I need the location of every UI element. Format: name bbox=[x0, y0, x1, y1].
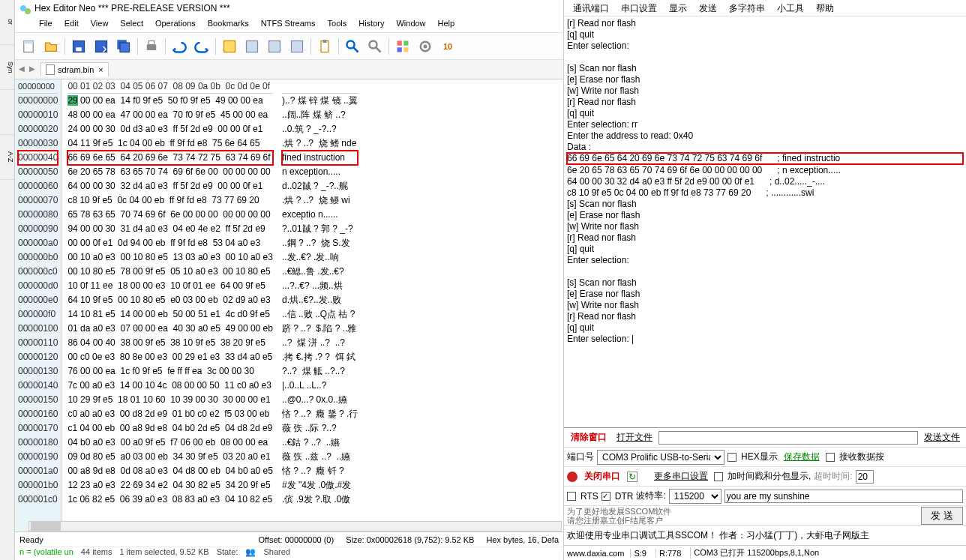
open-button[interactable] bbox=[40, 36, 62, 57]
menu-select[interactable]: Select bbox=[114, 16, 149, 32]
offset-column: 00000000 0000000000000010000000200000003… bbox=[15, 79, 62, 532]
svg-rect-11 bbox=[224, 40, 236, 52]
send-file-button[interactable]: 发送文件 bbox=[921, 430, 963, 445]
recv-data-checkbox[interactable] bbox=[826, 453, 835, 462]
horizontal-scrollbar[interactable] bbox=[28, 521, 562, 532]
save-as-button[interactable] bbox=[91, 36, 112, 57]
status-r: R:778 bbox=[656, 549, 684, 558]
edit-c-button[interactable] bbox=[264, 36, 285, 57]
send-button[interactable]: 发 送 bbox=[921, 507, 963, 525]
shared-icon: 👥 bbox=[245, 547, 256, 560]
rts-checkbox[interactable] bbox=[567, 492, 576, 501]
new-button[interactable] bbox=[18, 36, 39, 57]
hex-header: 00 01 02 03 04 05 06 07 08 09 0a 0b 0c 0… bbox=[68, 79, 273, 94]
window-title-bar: Hex Editor Neo *** PRE-RELEASE VERSION *… bbox=[15, 0, 563, 16]
refresh-icon[interactable]: ↻ bbox=[627, 472, 638, 482]
sscom-pane: 通讯端口 串口设置 显示 发送 多字符串 小工具 帮助 [r] Read nor… bbox=[564, 0, 966, 560]
svg-rect-13 bbox=[269, 40, 280, 52]
undo-button[interactable] bbox=[169, 36, 190, 57]
window-title: Hex Editor Neo *** PRE-RELEASE VERSION *… bbox=[34, 3, 230, 13]
edit-b-button[interactable] bbox=[242, 36, 262, 57]
hex-10-button[interactable]: 10 bbox=[437, 36, 458, 57]
status-offset: Offset: 00000000 (0) bbox=[258, 535, 334, 544]
terminal-output[interactable]: [r] Read nor flash[q] quitEnter selectio… bbox=[564, 16, 966, 427]
menu-tools[interactable]: 小工具 bbox=[771, 0, 810, 16]
welcome-text: 欢迎使用专业串口调试工具SSCOM！ 作者：习小猛(丁丁)，大虾电子网版主 bbox=[567, 529, 869, 542]
hex-view[interactable]: 00000000 0000000000000010000000200000003… bbox=[15, 79, 563, 532]
sscom-menubar: 通讯端口 串口设置 显示 发送 多字符串 小工具 帮助 bbox=[564, 0, 966, 16]
svg-rect-22 bbox=[404, 40, 408, 45]
struct-button[interactable] bbox=[392, 36, 413, 57]
svg-point-1 bbox=[25, 8, 31, 14]
svg-rect-9 bbox=[147, 44, 157, 50]
menu-comm-port[interactable]: 通讯端口 bbox=[567, 0, 615, 16]
hex-display-checkbox[interactable] bbox=[728, 453, 736, 462]
menu-view[interactable]: View bbox=[85, 16, 115, 32]
send-input[interactable] bbox=[724, 490, 963, 503]
svg-rect-5 bbox=[76, 47, 82, 51]
open-file-button[interactable]: 打开文件 bbox=[614, 430, 656, 445]
menu-file[interactable]: File bbox=[33, 16, 58, 32]
hex-bytes-column[interactable]: 00 01 02 03 04 05 06 07 08 09 0a 0b 0c 0… bbox=[62, 79, 279, 532]
clipboard-button[interactable] bbox=[314, 36, 335, 57]
status-ready: Ready bbox=[20, 535, 44, 544]
redo-button[interactable] bbox=[191, 36, 212, 57]
document-icon bbox=[46, 64, 55, 75]
menu-serial-settings[interactable]: 串口设置 bbox=[615, 0, 663, 16]
menu-help[interactable]: 帮助 bbox=[810, 0, 840, 16]
save-data-button[interactable]: 保存数据 bbox=[781, 450, 823, 464]
status-size: Size: 0x00002618 (9,752): 9.52 KB bbox=[346, 535, 474, 544]
app-icon bbox=[20, 2, 32, 14]
tab-sdram[interactable]: sdram.bin × bbox=[40, 62, 109, 76]
find-next-button[interactable] bbox=[364, 36, 386, 57]
svg-rect-23 bbox=[398, 47, 402, 52]
status-site: www.daxia.com bbox=[567, 549, 624, 558]
print-button[interactable] bbox=[141, 36, 162, 57]
edit-a-button[interactable] bbox=[219, 36, 240, 57]
file-path-input[interactable] bbox=[658, 431, 918, 445]
tab-prev-icon[interactable]: ◀ bbox=[16, 64, 27, 75]
baud-select[interactable]: 115200 bbox=[669, 489, 722, 504]
menu-ntfs[interactable]: NTFS Streams bbox=[255, 16, 322, 32]
timestamp-checkbox[interactable] bbox=[714, 472, 723, 481]
menu-display[interactable]: 显示 bbox=[663, 0, 693, 16]
sscom-controls: 清除窗口 打开文件 发送文件 端口号 COM3 Prolific USB-to-… bbox=[564, 427, 966, 545]
svg-point-17 bbox=[347, 40, 355, 48]
menu-multistring[interactable]: 多字符串 bbox=[723, 0, 771, 16]
timeout-input[interactable] bbox=[856, 470, 874, 484]
svg-rect-3 bbox=[24, 40, 34, 43]
close-icon[interactable]: × bbox=[98, 65, 103, 74]
clear-window-button[interactable]: 清除窗口 bbox=[567, 430, 610, 445]
tab-next-icon[interactable]: ▶ bbox=[27, 64, 38, 75]
ide-lower-status: n = (volatile un 44 items 1 item selecte… bbox=[15, 547, 563, 560]
menu-bookmarks[interactable]: Bookmarks bbox=[202, 16, 255, 32]
menu-help[interactable]: Help bbox=[432, 16, 461, 32]
hex-menubar: File Edit View Select Operations Bookmar… bbox=[15, 16, 563, 33]
more-settings-button[interactable]: 更多串口设置 bbox=[651, 469, 711, 484]
svg-rect-24 bbox=[404, 47, 408, 52]
find-button[interactable] bbox=[342, 36, 363, 57]
sscom-statusbar: www.daxia.com S:9 R:778 COM3 已打开 115200b… bbox=[564, 545, 966, 560]
menu-operations[interactable]: Operations bbox=[149, 16, 202, 32]
port-select[interactable]: COM3 Prolific USB-to-Seria bbox=[597, 450, 724, 465]
menu-send[interactable]: 发送 bbox=[693, 0, 723, 16]
svg-line-20 bbox=[376, 47, 380, 52]
save-button[interactable] bbox=[68, 36, 89, 57]
save-all-button[interactable] bbox=[113, 36, 134, 57]
menu-tools[interactable]: Tools bbox=[322, 16, 353, 32]
svg-point-19 bbox=[370, 40, 377, 48]
dtr-checkbox[interactable] bbox=[602, 492, 610, 501]
tab-label: sdram.bin bbox=[58, 65, 94, 74]
close-port-button[interactable]: 关闭串口 bbox=[580, 469, 624, 484]
menu-window[interactable]: Window bbox=[390, 16, 431, 32]
hex-toolbar: 10 bbox=[15, 33, 563, 60]
menu-history[interactable]: History bbox=[352, 16, 390, 32]
menu-edit[interactable]: Edit bbox=[58, 16, 85, 32]
edit-d-button[interactable] bbox=[286, 36, 308, 57]
status-com: COM3 已打开 115200bps,8,1,Non bbox=[690, 547, 822, 559]
settings-button[interactable] bbox=[415, 36, 436, 57]
hex-statusbar: Ready Offset: 00000000 (0) Size: 0x00002… bbox=[15, 532, 563, 547]
port-label: 端口号 bbox=[567, 451, 594, 463]
port-status-icon bbox=[567, 472, 578, 482]
svg-rect-21 bbox=[398, 40, 402, 45]
